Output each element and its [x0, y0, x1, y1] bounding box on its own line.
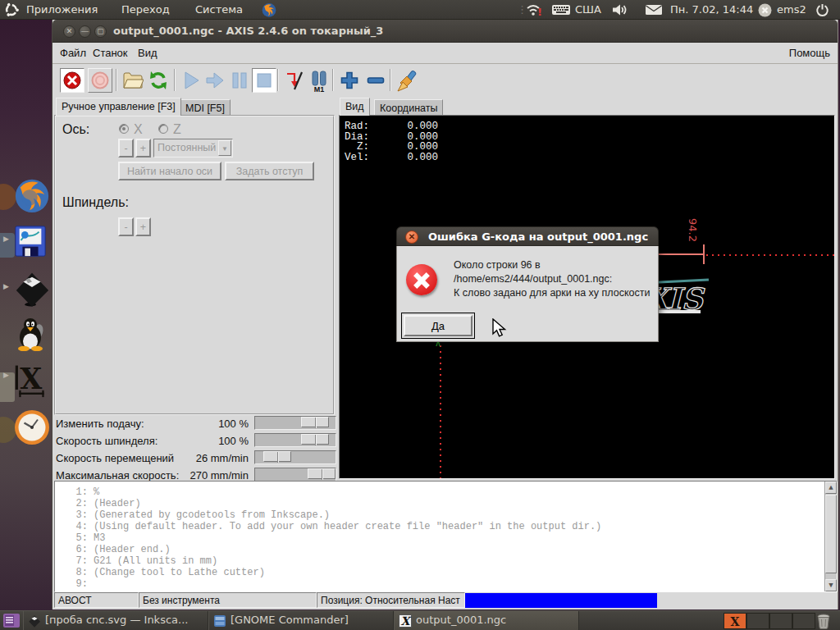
max-velocity-label: Максимальная скорость:	[56, 469, 179, 482]
radio-axis-z[interactable]	[158, 124, 168, 134]
zoom-in-button[interactable]	[337, 68, 362, 93]
task-gnome-commander[interactable]: [GNOME Commander]	[208, 611, 394, 630]
estop-button[interactable]	[60, 68, 84, 93]
menu-view[interactable]: Вид	[138, 47, 158, 59]
keyboard-layout-icon[interactable]	[551, 4, 571, 20]
latex-dock-icon[interactable]: X	[13, 361, 49, 402]
set-offset-button[interactable]: Задать отступ	[225, 162, 314, 180]
tab-mdi[interactable]: MDI [F5]	[180, 99, 231, 116]
gnome-panel: Приложения Переход Система ⋮ ! США Пн. 7…	[0, 0, 840, 20]
scroll-up-icon[interactable]: ▲	[825, 482, 837, 494]
network-icon[interactable]: !	[525, 3, 543, 21]
dock-expander-icon[interactable]: ▶	[3, 371, 9, 379]
menu-places[interactable]: Переход	[121, 2, 170, 17]
spindle-override-slider[interactable]	[254, 433, 336, 447]
user-status-icon[interactable]	[758, 3, 772, 21]
dialog-ok-ring: Да	[401, 313, 475, 339]
workspace-1-active[interactable]: X	[724, 613, 746, 629]
user-name[interactable]: ems2	[777, 2, 806, 17]
window-close-button[interactable]: ✕	[63, 25, 75, 38]
open-file-button[interactable]	[121, 68, 145, 93]
clock-dock-icon[interactable]	[13, 409, 51, 450]
gcode-listing[interactable]: 1:% 2:(Header) 3:(Generated by gcodetool…	[54, 481, 838, 592]
jog-mode-select[interactable]: Постоянный ▼	[153, 139, 233, 158]
menu-system[interactable]: Система	[195, 2, 243, 17]
error-dialog: ✕ Ошибка G-кода на output_0001.ngc Около…	[396, 226, 659, 342]
window-maximize-button[interactable]: ▢	[94, 25, 107, 38]
svg-text:M1: M1	[314, 85, 325, 93]
dropdown-arrow-icon: ▼	[218, 140, 231, 156]
radio-axis-x[interactable]	[119, 124, 129, 134]
spindle-minus-button[interactable]: -	[118, 217, 134, 236]
dialog-close-button[interactable]: ✕	[405, 231, 418, 244]
run-button[interactable]	[179, 68, 203, 93]
menu-file[interactable]: Файл	[60, 47, 86, 59]
gcode-scrollbar[interactable]: ▲ ▼	[824, 482, 837, 591]
pause-button[interactable]	[227, 68, 252, 93]
mouse-cursor	[492, 318, 509, 340]
dialog-ok-button[interactable]: Да	[404, 315, 472, 336]
dock-expander-icon[interactable]: ▶	[3, 282, 9, 290]
max-velocity-slider[interactable]	[254, 468, 336, 482]
trash-icon[interactable]	[815, 613, 832, 630]
spindle-override-row: Скорость шпинделя: 100 %	[55, 432, 335, 450]
dialog-titlebar[interactable]: ✕ Ошибка G-кода на output_0001.ngc	[396, 226, 659, 246]
run-from-line-button[interactable]	[203, 68, 227, 93]
tab-manual-control[interactable]: Ручное управление [F3]	[56, 98, 181, 116]
tux-dock-icon[interactable]	[13, 315, 49, 354]
firefox-dock-icon[interactable]	[13, 176, 51, 217]
window-list-icon[interactable]	[3, 614, 20, 630]
svg-text:X: X	[20, 362, 42, 395]
power-icon[interactable]	[815, 3, 829, 21]
dimension-dotted-line	[706, 254, 836, 256]
dro-readout: Rad:0.000 Dia:0.000 Z:0.000 Vel:0.000	[343, 121, 438, 163]
panel-clock[interactable]: Пн. 7.02, 14:44	[670, 2, 753, 17]
dock-expander-icon[interactable]: ▶	[3, 235, 9, 243]
status-estop: АВОСТ	[54, 592, 139, 608]
jog-speed-slider[interactable]	[254, 450, 336, 464]
menu-machine[interactable]: Станок	[93, 47, 128, 59]
tab-preview[interactable]: Вид	[340, 98, 370, 116]
feed-override-value: 100 %	[218, 418, 249, 430]
home-axis-button[interactable]: Найти начало оси	[118, 162, 221, 180]
machine-power-button[interactable]	[88, 68, 112, 93]
spindle-override-value: 100 %	[218, 435, 249, 447]
spindle-override-label: Скорость шпинделя:	[56, 435, 158, 447]
clear-plot-button[interactable]	[395, 68, 419, 93]
floppy-app-dock-icon[interactable]	[13, 224, 48, 262]
zoom-out-button[interactable]	[363, 68, 388, 93]
window-minimize-button[interactable]: —	[79, 25, 91, 38]
axis-task-icon: X	[399, 614, 412, 630]
status-selection	[465, 593, 657, 608]
tab-dro[interactable]: Координаты	[374, 99, 443, 116]
reload-button[interactable]	[146, 68, 171, 93]
jog-plus-button[interactable]: +	[135, 139, 151, 158]
max-velocity-value: 270 mm/min	[189, 469, 249, 482]
task-axis[interactable]: X output_0001.ngc	[394, 611, 579, 630]
keyboard-layout-label[interactable]: США	[575, 2, 601, 17]
spindle-plus-button[interactable]: +	[135, 217, 151, 236]
scroll-down-icon[interactable]: ▼	[825, 579, 837, 591]
task-inkscape[interactable]: [проба cnc.svg — Inksca...	[23, 611, 208, 630]
ubuntu-logo-icon[interactable]	[3, 2, 20, 22]
workspace-3[interactable]	[769, 613, 792, 629]
scrollbar-thumb[interactable]	[825, 495, 837, 573]
skip-line-button[interactable]	[282, 68, 307, 93]
mail-icon[interactable]	[645, 4, 663, 20]
menu-applications[interactable]: Приложения	[26, 2, 98, 17]
volume-icon[interactable]	[611, 3, 628, 21]
stop-button[interactable]	[252, 68, 276, 93]
svg-text:X: X	[731, 615, 740, 628]
feed-override-slider[interactable]	[254, 416, 336, 430]
jog-speed-row: Скорость перемещений 26 mm/min	[55, 450, 335, 467]
jog-minus-button[interactable]: -	[118, 139, 134, 158]
titlebar[interactable]: ✕ — ▢ output_0001.ngc - AXIS 2.4.6 on то…	[52, 20, 838, 43]
dimension-tick	[703, 244, 705, 264]
menu-help[interactable]: Помощь	[789, 47, 830, 59]
workspace-2[interactable]	[746, 613, 769, 629]
optional-pause-button[interactable]: M1	[306, 68, 331, 93]
inkscape-dock-icon[interactable]	[13, 271, 51, 310]
workspace-4[interactable]	[792, 613, 815, 629]
manual-control-panel: Ось: X Z - + Постоянный ▼ Найти начало о…	[54, 115, 335, 415]
axis-label: Ось:	[62, 122, 89, 137]
